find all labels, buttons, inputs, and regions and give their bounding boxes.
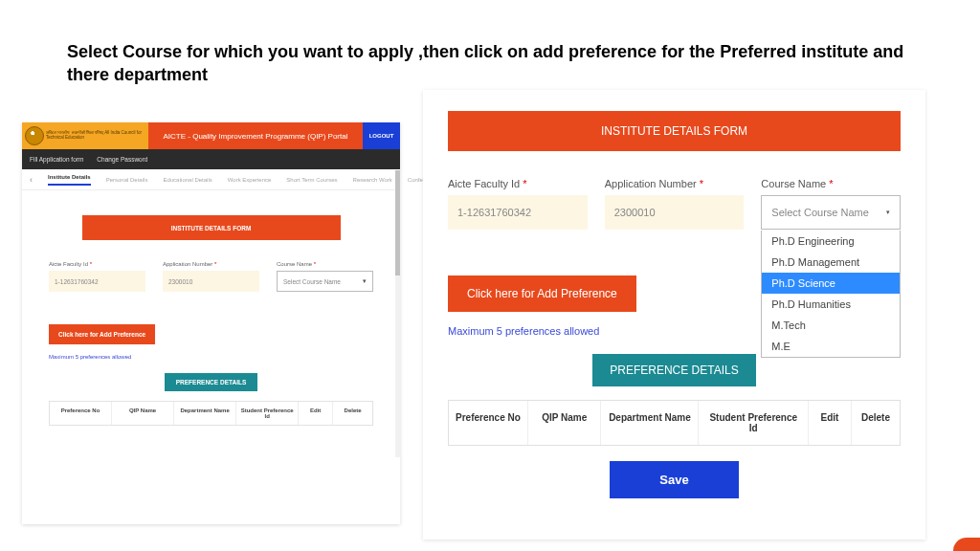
th-department-name: Department Name [174, 402, 236, 425]
tab-institute-details[interactable]: Institute Details [48, 174, 91, 186]
portal-title: AICTE - Quality Improvement Programme (Q… [148, 122, 363, 149]
appno-input[interactable]: 2300010 [163, 271, 259, 292]
course-label: Course Name [277, 261, 373, 267]
course-option[interactable]: Ph.D Engineering [762, 231, 900, 252]
th-student-pref-id: Student Preference Id [236, 402, 299, 425]
course-select[interactable]: Select Course Name ▾ [277, 271, 373, 292]
th-department-name: Department Name [601, 401, 699, 445]
form-row: Aicte Faculty Id 1-12631760342 Applicati… [49, 261, 373, 292]
corner-decoration [953, 538, 980, 551]
save-button[interactable]: Save [610, 461, 738, 498]
course-option[interactable]: M.E [762, 336, 900, 357]
th-preference-no: Preference No [449, 401, 528, 445]
add-preference-button[interactable]: Click here for Add Preference [448, 276, 636, 312]
nav-fill-application[interactable]: Fill Application form [30, 156, 83, 163]
aicte-logo-icon [25, 126, 44, 145]
form-row: Aicte Faculty Id * 1-12631760342 Applica… [448, 178, 901, 230]
preference-details-button[interactable]: PREFERENCE DETAILS [592, 354, 755, 386]
th-delete: Delete [852, 401, 900, 445]
preference-details-button[interactable]: PREFERENCE DETAILS [165, 373, 258, 391]
th-delete: Delete [333, 402, 372, 425]
course-label: Course Name * [761, 178, 901, 189]
th-preference-no: Preference No [50, 402, 112, 425]
appno-field: Application Number 2300010 [163, 261, 259, 292]
appno-input[interactable]: 2300010 [605, 195, 745, 230]
preference-table-header: Preference No QIP Name Department Name S… [448, 400, 901, 446]
course-select[interactable]: Select Course Name ▾ [761, 195, 901, 230]
tab-personal-details[interactable]: Personal Details [106, 177, 148, 183]
page-heading: Select Course for which you want to appl… [67, 40, 909, 87]
course-option[interactable]: M.Tech [762, 315, 900, 336]
left-form-body: INSTITUTE DETAILS FORM Aicte Faculty Id … [22, 190, 400, 525]
th-qip-name: QIP Name [112, 402, 174, 425]
faculty-id-input[interactable]: 1-12631760342 [49, 271, 145, 292]
appno-label: Application Number * [605, 178, 745, 189]
tabs-row: ‹ Institute Details Personal Details Edu… [22, 169, 400, 190]
course-select-placeholder: Select Course Name [283, 278, 341, 285]
appno-label: Application Number [163, 261, 259, 267]
th-edit: Edit [299, 402, 333, 425]
th-qip-name: QIP Name [528, 401, 602, 445]
tab-educational-details[interactable]: Educational Details [163, 177, 212, 183]
chevron-down-icon: ▾ [363, 277, 367, 285]
course-option[interactable]: Ph.D Management [762, 252, 900, 273]
top-bar: अखिल भारतीय तकनीकी शिक्षा परिषद् All Ind… [22, 122, 400, 149]
course-field: Course Name Select Course Name ▾ [277, 261, 373, 292]
th-student-pref-id: Student Preference Id [699, 401, 809, 445]
appno-field: Application Number * 2300010 [605, 178, 745, 230]
faculty-id-field: Aicte Faculty Id * 1-12631760342 [448, 178, 588, 230]
course-option[interactable]: Ph.D Humanities [762, 294, 900, 315]
logout-button[interactable]: LOGOUT [363, 122, 400, 149]
logo-strip: अखिल भारतीय तकनीकी शिक्षा परिषद् All Ind… [22, 122, 148, 149]
navbar: Fill Application form Change Password [22, 149, 400, 169]
nav-change-password[interactable]: Change Password [97, 156, 147, 163]
form-header: INSTITUTE DETAILS FORM [448, 111, 901, 151]
faculty-id-field: Aicte Faculty Id 1-12631760342 [49, 261, 145, 292]
logo-text: अखिल भारतीय तकनीकी शिक्षा परिषद् All Ind… [46, 131, 145, 141]
faculty-id-label: Aicte Faculty Id [49, 261, 145, 267]
add-preference-button[interactable]: Click here for Add Preference [49, 324, 155, 344]
chevron-down-icon: ▾ [886, 209, 890, 216]
course-field: Course Name * Select Course Name ▾ Ph.D … [761, 178, 901, 230]
faculty-id-label: Aicte Faculty Id * [448, 178, 588, 189]
faculty-id-input[interactable]: 1-12631760342 [448, 195, 588, 230]
course-select-placeholder: Select Course Name [771, 207, 869, 218]
course-option-selected[interactable]: Ph.D Science [762, 273, 900, 294]
preference-table-header: Preference No QIP Name Department Name S… [49, 401, 373, 426]
left-screenshot-panel: अखिल भारतीय तकनीकी शिक्षा परिषद् All Ind… [22, 122, 400, 524]
tab-short-term-courses[interactable]: Short Term Courses [286, 177, 337, 183]
tab-research-work[interactable]: Research Work [353, 177, 392, 183]
tab-work-experience[interactable]: Work Experience [228, 177, 272, 183]
form-header: INSTITUTE DETAILS FORM [82, 215, 341, 240]
chevron-left-icon[interactable]: ‹ [30, 175, 33, 185]
th-edit: Edit [809, 401, 852, 445]
scrollbar[interactable] [395, 170, 400, 457]
course-dropdown-list: Ph.D Engineering Ph.D Management Ph.D Sc… [761, 231, 901, 358]
right-zoom-panel: INSTITUTE DETAILS FORM Aicte Faculty Id … [423, 90, 925, 540]
